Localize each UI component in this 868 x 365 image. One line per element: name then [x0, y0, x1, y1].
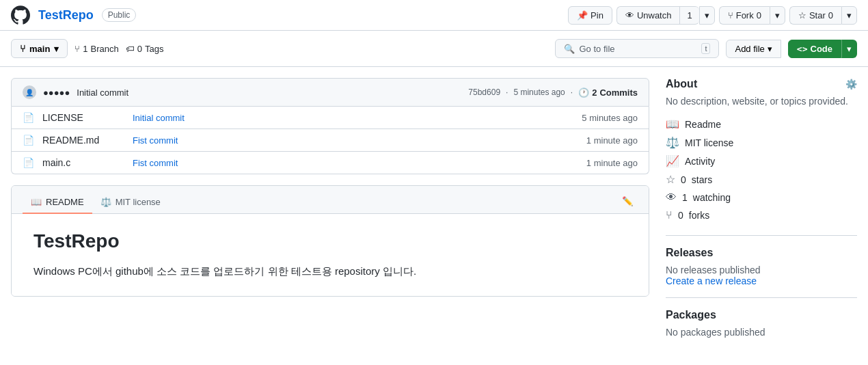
file-icon-license: 📄 — [23, 112, 34, 123]
file-time-license: 5 minutes ago — [582, 113, 638, 123]
repo-content: 👤 ●●●●● Initial commit 75bd609 · 5 minut… — [11, 78, 649, 297]
file-time-mainc: 1 minute ago — [586, 158, 638, 168]
commit-avatar: 👤 — [23, 85, 36, 99]
eye-icon: 👁 — [625, 10, 634, 21]
commit-time: 5 minutes ago — [513, 87, 565, 97]
star-icon-sidebar: ☆ — [666, 173, 675, 186]
add-file-dropdown-icon: ▾ — [768, 44, 772, 54]
main-layout: 👤 ●●●●● Initial commit 75bd609 · 5 minut… — [0, 67, 868, 349]
history-icon: 🕐 — [578, 87, 589, 98]
commit-sha: 75bd609 — [468, 87, 500, 97]
gear-icon[interactable]: ⚙️ — [845, 79, 857, 90]
branch-count: 1 — [83, 44, 87, 54]
sidebar-license-link[interactable]: ⚖️ MIT license — [666, 136, 857, 149]
commit-username[interactable]: ●●●●● — [43, 87, 70, 98]
branch-tag-info: ⑂ 1 Branch 🏷 0 Tags — [74, 44, 163, 54]
releases-section: Releases No releases published Create a … — [666, 247, 857, 286]
unwatch-button[interactable]: 👁 Unwatch — [616, 6, 680, 25]
branch-count-item[interactable]: ⑂ 1 Branch — [74, 44, 118, 54]
goto-file-label: Go to file — [579, 44, 614, 54]
packages-title: Packages — [666, 309, 857, 321]
file-icon-mainc: 📄 — [23, 157, 34, 168]
watching-count: 1 — [682, 192, 688, 203]
commit-right: 75bd609 · 5 minutes ago · 🕐 2 Commits — [468, 87, 638, 98]
file-commit-license[interactable]: Initial commit — [133, 113, 573, 123]
file-name-readme[interactable]: README.md — [42, 135, 124, 146]
commits-count: 2 — [592, 87, 597, 98]
tag-label: Tags — [145, 44, 163, 54]
search-icon: 🔍 — [564, 44, 575, 54]
eye-icon-sidebar: 👁 — [666, 191, 677, 204]
sidebar: About ⚙️ No description, website, or top… — [666, 78, 857, 338]
sidebar-activity-link[interactable]: 📈 Activity — [666, 154, 857, 167]
repo-name[interactable]: TestRepo — [38, 8, 94, 23]
sidebar-links: 📖 Readme ⚖️ MIT license 📈 Activity ☆ 0 s… — [666, 118, 857, 221]
star-group: ☆ Star 0 ▾ — [789, 6, 857, 25]
file-name-mainc[interactable]: main.c — [42, 157, 124, 168]
branch-icon: ⑂ — [20, 43, 25, 54]
sidebar-stars-link[interactable]: ☆ 0 stars — [666, 173, 857, 186]
sidebar-forks-link[interactable]: ⑂ 0 forks — [666, 209, 857, 221]
goto-file[interactable]: 🔍 Go to file t — [555, 39, 719, 58]
readme-description: Windows PC에서 github에 소스 코드를 업로드하기 위한 테스트… — [33, 263, 627, 280]
github-logo-icon — [11, 5, 30, 25]
tab-readme[interactable]: 📖 README — [23, 191, 92, 214]
commit-dot: · — [506, 87, 508, 97]
releases-title: Releases — [666, 247, 857, 259]
branch-label: Branch — [91, 44, 119, 54]
branch-count-icon: ⑂ — [74, 44, 80, 54]
readme-edit-button[interactable]: ✏️ — [618, 192, 638, 211]
stars-label: stars — [692, 174, 712, 185]
header-actions: 📌 Pin 👁 Unwatch 1 ▾ ⑂ Fork 0 ▾ ☆ Star — [568, 6, 857, 25]
about-header: About ⚙️ — [666, 78, 857, 90]
divider-2 — [666, 297, 857, 298]
create-release-link[interactable]: Create a new release — [666, 275, 757, 286]
divider-1 — [666, 235, 857, 236]
commit-separator: · — [571, 87, 573, 97]
sidebar-watching-link[interactable]: 👁 1 watching — [666, 191, 857, 204]
fork-button[interactable]: ⑂ Fork 0 — [719, 6, 770, 25]
add-file-button[interactable]: Add file ▾ — [726, 40, 781, 58]
tag-icon: 🏷 — [126, 44, 135, 54]
branch-selector[interactable]: ⑂ main ▾ — [11, 39, 68, 58]
table-row: 📄 main.c Fist commit 1 minute ago — [12, 152, 649, 174]
license-link-label: MIT license — [685, 137, 733, 148]
star-button[interactable]: ☆ Star 0 — [789, 6, 841, 25]
pin-button[interactable]: 📌 Pin — [568, 6, 612, 25]
code-dropdown-button[interactable]: ▾ — [841, 40, 857, 58]
branch-dropdown-icon: ▾ — [54, 44, 59, 54]
unwatch-dropdown[interactable]: ▾ — [699, 6, 715, 25]
table-row: 📄 LICENSE Initial commit 5 minutes ago — [12, 107, 649, 129]
goto-t-shortcut: t — [701, 43, 710, 54]
file-name-license[interactable]: LICENSE — [42, 112, 124, 123]
file-commit-mainc[interactable]: Fist commit — [133, 158, 578, 168]
tab-mit-license[interactable]: ⚖️ MIT license — [92, 191, 169, 214]
fork-count: 0 — [757, 10, 761, 21]
activity-link-label: Activity — [685, 156, 715, 167]
sidebar-readme-link[interactable]: 📖 Readme — [666, 118, 857, 131]
no-releases-text: No releases published — [666, 265, 857, 275]
unwatch-count[interactable]: 1 — [679, 6, 699, 25]
unwatch-group: 👁 Unwatch 1 ▾ — [616, 6, 715, 25]
commits-label: Commits — [599, 87, 638, 98]
watching-label: watching — [693, 192, 731, 203]
file-time-readme: 1 minute ago — [586, 135, 638, 146]
activity-icon: 📈 — [666, 154, 679, 167]
visibility-badge: Public — [102, 8, 137, 22]
readme-link-label: Readme — [685, 119, 721, 130]
readme-body: TestRepo Windows PC에서 github에 소스 코드를 업로드… — [12, 214, 649, 296]
star-dropdown[interactable]: ▾ — [841, 6, 857, 25]
readme-scale-icon: ⚖️ — [100, 197, 111, 207]
commits-link[interactable]: 🕐 2 Commits — [578, 87, 638, 98]
code-button[interactable]: <> Code — [788, 40, 841, 58]
file-commit-readme[interactable]: Fist commit — [133, 135, 578, 146]
readme-tabs: 📖 README ⚖️ MIT license ✏️ — [12, 186, 649, 214]
fork-dropdown[interactable]: ▾ — [770, 6, 785, 25]
add-file-group: Add file ▾ — [726, 40, 781, 58]
code-icon: <> — [797, 44, 808, 54]
pencil-icon: ✏️ — [622, 196, 634, 206]
table-row: 📄 README.md Fist commit 1 minute ago — [12, 129, 649, 152]
branch-name: main — [29, 44, 50, 54]
tag-count-item[interactable]: 🏷 0 Tags — [126, 44, 164, 54]
scale-icon: ⚖️ — [666, 136, 679, 149]
